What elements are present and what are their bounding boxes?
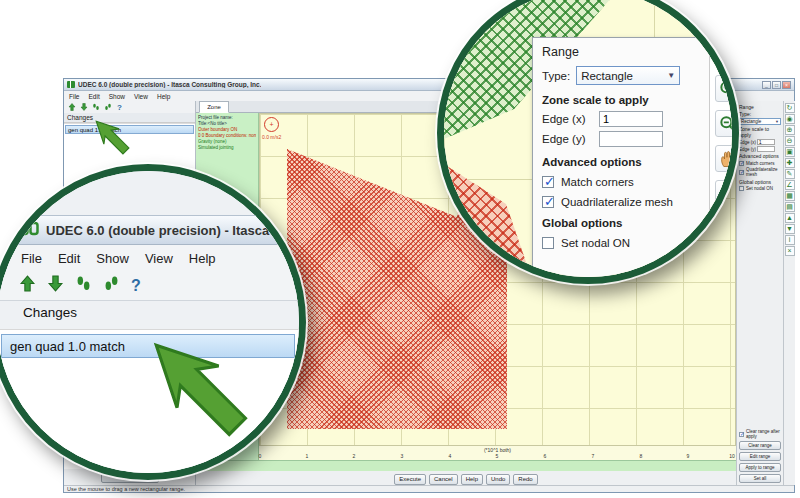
range-panel-footer: Clear range after apply Clear range Edit… bbox=[739, 428, 781, 484]
help-icon[interactable]: ? bbox=[115, 103, 124, 112]
range-type-label: Type: bbox=[739, 111, 781, 117]
down-icon[interactable]: ▼ bbox=[785, 224, 795, 234]
edge-y-input[interactable] bbox=[599, 131, 663, 147]
menu-help[interactable]: Help bbox=[189, 251, 216, 266]
cancel-button[interactable]: Cancel bbox=[429, 474, 458, 485]
minimize-button[interactable]: _ bbox=[762, 81, 771, 89]
quadrilateralize-label: Quadrilateralize mesh bbox=[746, 167, 781, 177]
gravity-indicator-icon bbox=[264, 117, 279, 132]
changes-magnifier-callout: UDEC 6.0 (double precision) - Itasca Con… bbox=[0, 164, 306, 480]
zoom-out-icon[interactable] bbox=[715, 110, 740, 137]
screenshot-canvas: UDEC 6.0 (double precision) - Itasca Con… bbox=[0, 0, 800, 498]
move-down-icon[interactable] bbox=[47, 275, 64, 296]
changes-header: Changes bbox=[64, 113, 195, 123]
edit-icon[interactable]: ✎ bbox=[785, 169, 795, 179]
quadrilateralize-checkbox[interactable] bbox=[542, 196, 554, 208]
snapshot-icon[interactable]: ◉ bbox=[785, 114, 795, 124]
trace-steps-icon[interactable] bbox=[91, 103, 100, 112]
gravity-value: 0.0 m/s2 bbox=[262, 134, 281, 140]
set-all-button[interactable]: Set all bbox=[739, 474, 781, 483]
refresh-icon[interactable]: ↻ bbox=[715, 5, 740, 32]
edge-y-label: Edge (y) bbox=[542, 133, 594, 145]
move-up-icon[interactable] bbox=[19, 275, 36, 296]
trace-back-icon[interactable] bbox=[103, 103, 112, 112]
match-corners-label: Match corners bbox=[746, 161, 775, 166]
status-bar: Use the mouse to drag a new rectangular … bbox=[64, 485, 794, 492]
execute-button[interactable]: Execute bbox=[394, 474, 426, 485]
layers-icon[interactable]: ▤ bbox=[785, 202, 795, 212]
menu-view[interactable]: View bbox=[134, 93, 148, 100]
move-up-icon[interactable] bbox=[67, 103, 76, 112]
add-icon[interactable]: ✚ bbox=[785, 158, 795, 168]
zoom-box-icon[interactable]: ▣ bbox=[785, 147, 795, 157]
menu-show[interactable]: Show bbox=[109, 93, 125, 100]
range-type-select[interactable]: Rectangle bbox=[576, 66, 680, 85]
global-options-label: Global options bbox=[542, 217, 700, 229]
plot-footer-strip bbox=[196, 460, 736, 471]
changes-toolbar: ? bbox=[64, 101, 195, 113]
undo-button[interactable]: Undo bbox=[486, 474, 510, 485]
menu-show[interactable]: Show bbox=[96, 251, 129, 266]
match-corners-checkbox[interactable] bbox=[739, 161, 744, 166]
zoom-out-icon[interactable]: ⊖ bbox=[785, 136, 795, 146]
zoom-in-icon[interactable]: ⊕ bbox=[785, 125, 795, 135]
menu-view[interactable]: View bbox=[145, 251, 173, 266]
mesh-icon[interactable]: ▦ bbox=[785, 191, 795, 201]
zone-scale-label: Zone scale to apply bbox=[739, 126, 781, 138]
set-nodal-checkbox[interactable] bbox=[739, 186, 744, 191]
refresh-icon[interactable]: ↻ bbox=[785, 103, 795, 113]
tab-zone[interactable]: Zone bbox=[199, 101, 229, 113]
menu-file[interactable]: File bbox=[21, 251, 42, 266]
camera-icon[interactable] bbox=[715, 40, 740, 67]
clear-range-button[interactable]: Clear range bbox=[739, 441, 781, 450]
udec-logo-icon bbox=[19, 221, 39, 240]
clear-after-apply-checkbox[interactable] bbox=[739, 432, 744, 437]
range-type-value: Rectangle bbox=[581, 70, 633, 82]
range-panel: Range Type: Rectangle Zone scale to appl… bbox=[736, 101, 783, 485]
trace-back-icon[interactable] bbox=[103, 275, 120, 296]
x-tick: 5 bbox=[496, 453, 499, 459]
x-tick: 9 bbox=[687, 453, 690, 459]
help-button[interactable]: Help bbox=[461, 474, 483, 485]
menu-file[interactable]: File bbox=[69, 93, 79, 100]
range-header: Range bbox=[739, 104, 781, 110]
move-down-icon[interactable] bbox=[79, 103, 88, 112]
advanced-options-label: Advanced options bbox=[542, 156, 700, 168]
up-icon[interactable]: ▲ bbox=[785, 213, 795, 223]
x-tick: 3 bbox=[401, 453, 404, 459]
edge-x-input[interactable] bbox=[757, 139, 775, 145]
edge-x-label: Edge (x) bbox=[739, 140, 756, 145]
quadrilateralize-label: Quadrilateralize mesh bbox=[561, 196, 673, 208]
x-tick: 2 bbox=[353, 453, 356, 459]
info-icon[interactable]: i bbox=[785, 235, 795, 245]
match-corners-checkbox[interactable] bbox=[542, 176, 554, 188]
window-title: UDEC 6.0 (double precision) - Itasca Con… bbox=[78, 81, 261, 88]
menu-edit[interactable]: Edit bbox=[58, 251, 80, 266]
menu-help[interactable]: Help bbox=[157, 93, 170, 100]
apply-to-range-button[interactable]: Apply to range bbox=[739, 463, 781, 472]
close-tool-icon[interactable]: × bbox=[785, 246, 795, 256]
help-icon[interactable]: ? bbox=[131, 277, 141, 295]
changes-list-item[interactable]: gen quad 1.0 match bbox=[65, 125, 194, 134]
maximize-button[interactable]: □ bbox=[772, 81, 781, 89]
range-type-select[interactable]: Rectangle bbox=[739, 118, 781, 125]
match-corners-label: Match corners bbox=[561, 176, 634, 188]
chevron-down-icon bbox=[775, 119, 779, 124]
edge-y-input[interactable] bbox=[757, 146, 775, 152]
x-tick: 10 bbox=[729, 453, 735, 459]
measure-icon[interactable]: ∠ bbox=[785, 180, 795, 190]
changes-list-item[interactable]: gen quad 1.0 match bbox=[1, 334, 295, 358]
range-type-value: Rectangle bbox=[741, 119, 761, 124]
menu-edit[interactable]: Edit bbox=[88, 93, 99, 100]
x-tick: 6 bbox=[544, 453, 547, 459]
edge-x-input[interactable] bbox=[599, 111, 663, 127]
edge-x-label: Edge (x) bbox=[542, 113, 594, 125]
set-nodal-checkbox[interactable] bbox=[542, 237, 554, 249]
trace-steps-icon[interactable] bbox=[75, 275, 92, 296]
x-tick: 7 bbox=[592, 453, 595, 459]
window-titlebar-magnified: UDEC 6.0 (double precision) - Itasca Con… bbox=[0, 215, 299, 245]
close-button[interactable]: × bbox=[782, 81, 791, 89]
redo-button[interactable]: Redo bbox=[513, 474, 537, 485]
quadrilateralize-checkbox[interactable] bbox=[739, 170, 744, 175]
edit-range-button[interactable]: Edit range bbox=[739, 452, 781, 461]
